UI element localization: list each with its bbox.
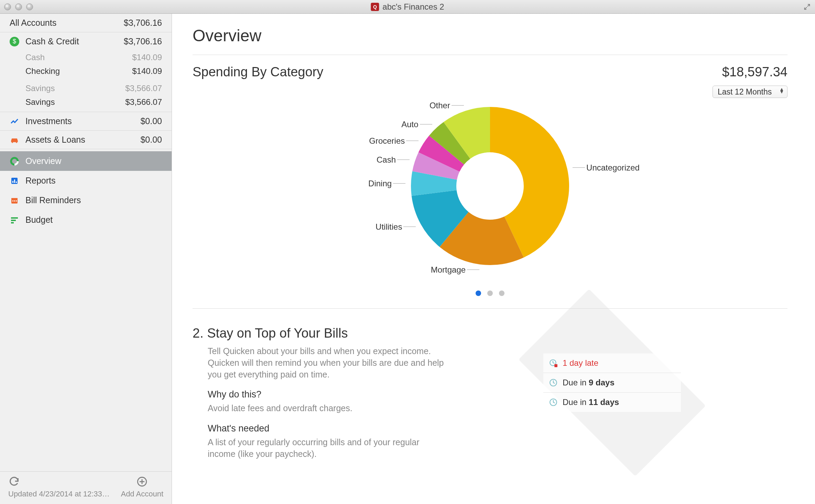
clock-icon — [549, 398, 558, 407]
sidebar: All Accounts $3,706.16 $ Cash & Credit $… — [0, 14, 172, 504]
app-icon: Q — [371, 3, 379, 11]
svg-rect-11 — [11, 217, 18, 219]
section-bills: 2. Stay on Top of Your Bills Tell Quicke… — [193, 326, 660, 460]
bill-row-late: 1 day late — [543, 353, 681, 373]
fullscreen-icon[interactable] — [803, 3, 811, 11]
bill-9-text: Due in 9 days — [563, 378, 615, 387]
bill-row-9: Due in 9 days — [543, 373, 681, 393]
spending-title: Spending By Category — [193, 65, 323, 79]
bar-chart-icon — [10, 177, 19, 185]
bill-widget: 1 day late Due in 9 days Due in 11 days — [543, 353, 681, 412]
chart-label: Auto — [401, 120, 418, 129]
refresh-icon[interactable] — [8, 476, 20, 487]
chart-label: Cash — [377, 155, 396, 165]
sidebar-cash-group[interactable]: Cash$140.09 — [0, 51, 172, 64]
sidebar-all-accounts-amount: $3,706.16 — [124, 18, 162, 28]
sidebar-cash-credit[interactable]: $ Cash & Credit $3,706.16 — [0, 32, 172, 51]
sidebar-footer: Updated 4/23/2014 at 12:33 PM Add Accoun… — [0, 471, 172, 504]
sidebar-nav-reminders[interactable]: Bill Reminders — [0, 190, 172, 210]
chart-label: Mortgage — [431, 265, 466, 275]
need-heading: What's needed — [208, 423, 660, 434]
overview-icon — [10, 157, 19, 166]
add-account-label[interactable]: Add Account — [121, 490, 163, 498]
svg-rect-7 — [11, 198, 18, 199]
svg-rect-5 — [16, 182, 17, 183]
sidebar-savings[interactable]: Savings$3,566.07 — [0, 95, 172, 109]
chart-label: Utilities — [376, 222, 402, 232]
section2-heading: 2. Stay on Top of Your Bills — [193, 326, 660, 341]
spending-total: $18,597.34 — [713, 65, 787, 79]
sidebar-checking[interactable]: Checking$140.09 — [0, 64, 172, 78]
dollar-icon: $ — [10, 37, 19, 46]
add-icon[interactable] — [136, 476, 148, 487]
bill-row-11: Due in 11 days — [543, 393, 681, 412]
sidebar-nav-overview[interactable]: Overview — [0, 151, 172, 171]
sidebar-all-accounts[interactable]: All Accounts $3,706.16 — [0, 14, 172, 32]
chart-label: Dining — [368, 179, 392, 188]
period-select[interactable]: Last 12 Months — [713, 86, 787, 98]
updated-text: Updated 4/23/2014 at 12:33 PM — [8, 490, 111, 498]
sidebar-investments[interactable]: Investments $0.00 — [0, 112, 172, 130]
svg-rect-4 — [14, 179, 15, 183]
page-title: Overview — [193, 26, 787, 45]
chart-line-icon — [10, 117, 19, 126]
svg-rect-10 — [16, 200, 17, 201]
clock-alert-icon — [549, 359, 558, 368]
sidebar-savings-group[interactable]: Savings$3,566.07 — [0, 81, 172, 95]
car-icon — [10, 136, 19, 144]
minimize-window-button[interactable] — [15, 3, 22, 10]
svg-rect-8 — [12, 200, 13, 201]
window-controls — [4, 3, 33, 10]
chart-label: Groceries — [369, 136, 405, 146]
svg-rect-13 — [11, 222, 14, 223]
sidebar-nav-budget[interactable]: Budget — [0, 210, 172, 230]
need-para: A list of your regularly occurring bills… — [208, 437, 448, 460]
svg-rect-3 — [12, 181, 13, 183]
clock-icon — [549, 378, 558, 387]
titlebar: Q abc's Finances 2 — [0, 0, 815, 14]
main-content: Overview Spending By Category $18,597.34… — [172, 14, 815, 504]
section2-para: Tell Quicken about your bills and when y… — [208, 346, 448, 380]
zoom-window-button[interactable] — [26, 3, 33, 10]
svg-rect-12 — [11, 220, 16, 221]
svg-rect-16 — [554, 364, 557, 367]
chart-label: Other — [430, 101, 450, 110]
sidebar-assets-loans[interactable]: Assets & Loans $0.00 — [0, 131, 172, 149]
close-window-button[interactable] — [4, 3, 11, 10]
bill-late-text: 1 day late — [563, 358, 598, 368]
bill-11-text: Due in 11 days — [563, 397, 619, 407]
sidebar-all-accounts-label: All Accounts — [10, 18, 118, 28]
calendar-icon — [10, 196, 19, 205]
svg-rect-9 — [14, 200, 15, 201]
bars-icon — [10, 217, 19, 223]
why-para: Avoid late fees and overdraft charges. — [208, 403, 448, 414]
spending-chart[interactable]: UncategorizedMortgageUtilitiesDiningCash… — [193, 101, 787, 294]
window-title: abc's Finances 2 — [382, 2, 444, 12]
divider — [193, 55, 787, 55]
sidebar-nav-reports[interactable]: Reports — [0, 171, 172, 190]
chart-label: Uncategorized — [586, 163, 640, 173]
